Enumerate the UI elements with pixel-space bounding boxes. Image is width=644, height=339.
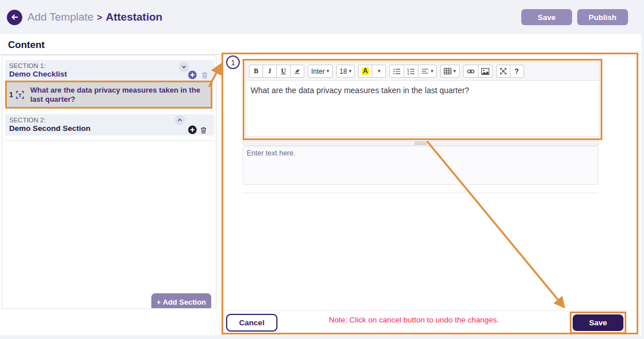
section-1-add-question-button[interactable] bbox=[188, 70, 197, 79]
underline-button[interactable]: U bbox=[276, 65, 291, 78]
help-button[interactable]: ? bbox=[510, 65, 524, 78]
section-2-add-question-button[interactable] bbox=[188, 125, 197, 134]
plus-circle-icon bbox=[188, 70, 197, 79]
eraser-icon bbox=[293, 67, 301, 75]
breadcrumb-parent[interactable]: Add Template bbox=[27, 11, 94, 23]
unordered-list-icon bbox=[393, 67, 401, 75]
align-left-icon bbox=[421, 67, 429, 75]
text-question-icon: T bbox=[15, 90, 25, 99]
fullscreen-button[interactable] bbox=[496, 65, 510, 78]
font-size-group: 18▾ bbox=[336, 65, 355, 78]
style-group: B I U bbox=[249, 65, 304, 78]
caret-down-icon: ▾ bbox=[327, 69, 329, 74]
footer-note: Note: Click on cancel button to undo the… bbox=[271, 316, 557, 324]
topbar-actions: Save Publish bbox=[521, 9, 628, 25]
question-number: 1 bbox=[9, 91, 13, 99]
ordered-list-icon bbox=[407, 67, 415, 75]
page: Add Template > Attestation Save Publish … bbox=[0, 0, 644, 339]
breadcrumb: Add Template > Attestation bbox=[27, 11, 162, 23]
cancel-button[interactable]: Cancel bbox=[226, 314, 277, 332]
font-color-button[interactable]: A bbox=[358, 65, 372, 78]
sections-panel: SECTION 1: Demo Checklist 1 T What are t… bbox=[2, 55, 216, 309]
question-item[interactable]: 1 T What are the data privacy measures t… bbox=[5, 81, 212, 109]
section-2-collapse-button[interactable] bbox=[175, 115, 185, 125]
paragraph-group: ▾ bbox=[389, 65, 437, 78]
svg-text:T: T bbox=[18, 91, 22, 98]
editor-content-area[interactable]: What are the data privacy measures taken… bbox=[246, 81, 599, 100]
font-name-dropdown[interactable]: Inter▾ bbox=[308, 65, 333, 78]
table-group: ▾ bbox=[440, 65, 460, 78]
italic-button[interactable]: I bbox=[263, 65, 277, 78]
font-name-group: Inter▾ bbox=[308, 65, 333, 78]
question-text: What are the data privacy measures taken… bbox=[27, 86, 206, 104]
caret-down-icon: ▾ bbox=[430, 69, 433, 74]
table-dropdown[interactable]: ▾ bbox=[440, 65, 460, 78]
section-1-delete-button[interactable] bbox=[200, 70, 209, 79]
bottom-edge-strip bbox=[0, 335, 644, 339]
caret-down-icon: ▾ bbox=[349, 69, 352, 74]
back-button[interactable] bbox=[7, 10, 22, 25]
fullscreen-arrows-icon bbox=[500, 67, 507, 75]
caret-down-icon: ▾ bbox=[453, 69, 456, 74]
font-name-value: Inter bbox=[311, 67, 325, 75]
image-icon bbox=[481, 68, 489, 75]
save-question-button[interactable]: Save bbox=[573, 314, 623, 331]
clear-format-button[interactable] bbox=[290, 65, 304, 78]
rich-text-editor-annotation-box: B I U Inter▾ 18▾ A ▾ ▾ bbox=[243, 59, 602, 140]
ordered-list-button[interactable] bbox=[404, 65, 418, 78]
bold-button[interactable]: B bbox=[249, 65, 263, 78]
link-icon bbox=[466, 68, 475, 75]
plus-circle-icon bbox=[188, 125, 197, 134]
footer-divider bbox=[223, 310, 637, 311]
unordered-list-button[interactable] bbox=[389, 65, 404, 78]
paragraph-align-dropdown[interactable]: ▾ bbox=[418, 65, 437, 78]
breadcrumb-separator-icon: > bbox=[97, 13, 102, 23]
insert-group bbox=[463, 65, 493, 78]
trash-icon bbox=[200, 71, 209, 79]
save-template-button[interactable]: Save bbox=[521, 9, 572, 25]
resize-grip-icon bbox=[414, 142, 427, 145]
caret-down-icon: ▾ bbox=[378, 69, 381, 74]
link-button[interactable] bbox=[463, 65, 478, 78]
table-icon bbox=[444, 67, 452, 75]
publish-button[interactable]: Publish bbox=[577, 9, 628, 25]
chevron-up-icon bbox=[176, 117, 183, 123]
save-button-annotation-box: Save bbox=[570, 312, 626, 334]
chevron-down-icon bbox=[180, 63, 187, 70]
color-group: A ▾ bbox=[358, 65, 386, 78]
section-divider bbox=[5, 140, 214, 141]
misc-group: ? bbox=[496, 65, 524, 78]
rich-text-editor: B I U Inter▾ 18▾ A ▾ ▾ bbox=[245, 62, 599, 137]
editor-toolbar: B I U Inter▾ 18▾ A ▾ ▾ bbox=[246, 62, 599, 81]
description-text-area[interactable]: Enter text here. bbox=[243, 146, 598, 185]
add-section-button[interactable]: + Add Section bbox=[151, 293, 211, 309]
breadcrumb-current: Attestation bbox=[106, 11, 162, 23]
section-2-delete-button[interactable] bbox=[199, 125, 208, 134]
font-color-dropdown[interactable]: ▾ bbox=[372, 65, 386, 78]
top-bar: Add Template > Attestation Save Publish bbox=[0, 0, 644, 34]
highlight-color-icon: A bbox=[362, 67, 369, 75]
trash-icon bbox=[199, 126, 208, 134]
page-title: Content bbox=[8, 39, 45, 51]
section-name: Demo Second Section bbox=[9, 124, 210, 133]
right-edge-strip bbox=[641, 0, 644, 339]
section-name: Demo Checklist bbox=[9, 70, 210, 78]
font-size-value: 18 bbox=[340, 67, 347, 75]
font-size-dropdown[interactable]: 18▾ bbox=[336, 65, 355, 78]
image-button[interactable] bbox=[478, 65, 493, 78]
back-arrow-icon bbox=[10, 13, 19, 21]
editor-bottom-divider bbox=[243, 193, 598, 193]
editor-resize-bar[interactable] bbox=[243, 141, 599, 146]
annotation-step-badge: 1 bbox=[226, 55, 240, 69]
